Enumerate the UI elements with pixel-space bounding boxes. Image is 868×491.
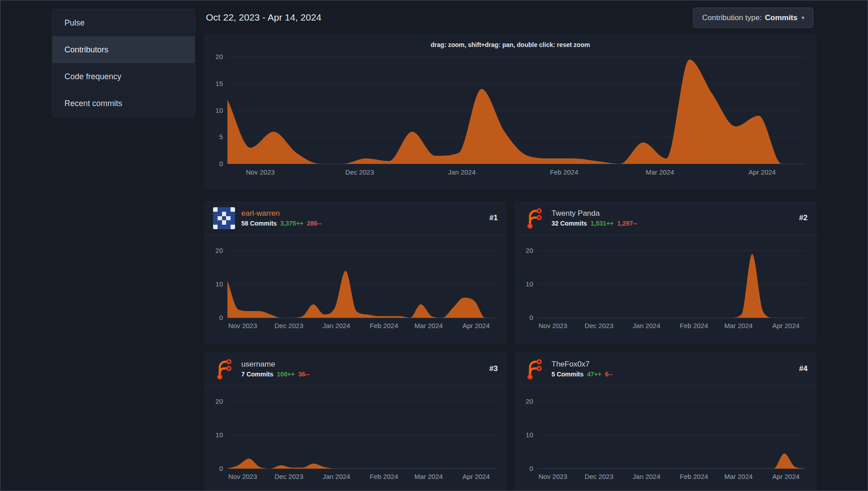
x-tick-label: Dec 2023 bbox=[274, 473, 303, 480]
contributor-card: username 7 Commits 108++ 36-- #3 01020No… bbox=[204, 352, 507, 491]
sidebar-item-recent-commits[interactable]: Recent commits bbox=[52, 90, 195, 117]
contributor-chart[interactable]: 01020Nov 2023Dec 2023Jan 2024Feb 2024Mar… bbox=[514, 235, 817, 344]
contributors-grid: earl-warren 58 Commits 3,375++ 286-- #1 … bbox=[204, 201, 817, 491]
contributor-info: username 7 Commits 108++ 36-- bbox=[241, 360, 309, 378]
total-contributions-chart[interactable]: 05101520Nov 2023Dec 2023Jan 2024Feb 2024… bbox=[204, 34, 817, 189]
contributor-info: TheFox0x7 5 Commits 47++ 6-- bbox=[552, 360, 613, 378]
additions-count: 108++ bbox=[277, 371, 295, 378]
commit-count: 58 Commits bbox=[241, 220, 277, 227]
y-tick-label: 10 bbox=[526, 431, 533, 439]
x-tick-label: Nov 2023 bbox=[228, 473, 257, 480]
x-tick-label: Apr 2024 bbox=[748, 168, 776, 176]
x-tick-label: Nov 2023 bbox=[228, 322, 257, 329]
deletions-count: 1,297-- bbox=[617, 220, 637, 227]
area-series bbox=[538, 254, 806, 318]
x-tick-label: Feb 2024 bbox=[370, 322, 398, 329]
activity-sidebar: Pulse Contributors Code frequency Recent… bbox=[52, 9, 195, 117]
y-tick-label: 5 bbox=[219, 133, 223, 141]
x-tick-label: Dec 2023 bbox=[585, 473, 613, 480]
forgejo-logo-avatar bbox=[523, 358, 545, 380]
commit-count: 7 Commits bbox=[241, 371, 274, 378]
x-tick-label: Apr 2024 bbox=[462, 473, 490, 480]
y-tick-label: 20 bbox=[215, 53, 223, 60]
x-tick-label: Jan 2024 bbox=[323, 473, 351, 480]
contributor-stats: 32 Commits 1,531++ 1,297-- bbox=[552, 220, 637, 227]
y-tick-label: 20 bbox=[526, 397, 533, 405]
y-tick-label: 0 bbox=[219, 314, 223, 321]
forgejo-logo-avatar bbox=[523, 207, 545, 229]
x-tick-label: Mar 2024 bbox=[646, 168, 674, 176]
y-tick-label: 20 bbox=[526, 247, 533, 254]
contributor-rank: #3 bbox=[489, 364, 498, 373]
x-tick-label: Feb 2024 bbox=[370, 473, 398, 480]
area-series bbox=[538, 453, 806, 469]
y-tick-label: 0 bbox=[530, 314, 533, 321]
x-tick-label: Mar 2024 bbox=[415, 473, 443, 480]
contributor-card-header: username 7 Commits 108++ 36-- #3 bbox=[204, 352, 507, 386]
x-tick-label: Apr 2024 bbox=[772, 322, 800, 329]
contributor-card: Twenty Panda 32 Commits 1,531++ 1,297-- … bbox=[514, 201, 817, 344]
contributor-name[interactable]: earl-warren bbox=[241, 209, 280, 218]
contributor-chart[interactable]: 01020Nov 2023Dec 2023Jan 2024Feb 2024Mar… bbox=[204, 235, 507, 344]
y-tick-label: 10 bbox=[215, 280, 223, 288]
x-tick-label: Mar 2024 bbox=[724, 473, 753, 480]
contributor-card: earl-warren 58 Commits 3,375++ 286-- #1 … bbox=[204, 201, 507, 344]
chevron-down-icon: ▾ bbox=[801, 14, 804, 21]
contributor-name: username bbox=[241, 360, 275, 368]
x-tick-label: Apr 2024 bbox=[462, 322, 490, 329]
contributor-chart[interactable]: 01020Nov 2023Dec 2023Jan 2024Feb 2024Mar… bbox=[514, 386, 817, 491]
contributor-name: Twenty Panda bbox=[552, 209, 600, 218]
contribution-type-value: Commits bbox=[765, 13, 798, 22]
x-tick-label: Apr 2024 bbox=[772, 473, 800, 480]
x-tick-label: Jan 2024 bbox=[633, 473, 660, 480]
deletions-count: 6-- bbox=[605, 371, 613, 378]
commit-count: 32 Commits bbox=[552, 220, 587, 227]
contributor-card-header: Twenty Panda 32 Commits 1,531++ 1,297-- … bbox=[514, 201, 817, 235]
chart-zoom-hint: drag: zoom, shift+drag: pan, double clic… bbox=[204, 41, 817, 48]
x-tick-label: Dec 2023 bbox=[585, 322, 613, 329]
contributor-info: Twenty Panda 32 Commits 1,531++ 1,297-- bbox=[552, 209, 637, 227]
contributor-rank: #2 bbox=[799, 213, 808, 222]
deletions-count: 36-- bbox=[298, 371, 309, 378]
y-tick-label: 10 bbox=[526, 280, 533, 288]
total-contributions-card: drag: zoom, shift+drag: pan, double clic… bbox=[204, 34, 817, 189]
contributor-rank: #4 bbox=[799, 364, 808, 373]
date-range-title: Oct 22, 2023 - Apr 14, 2024 bbox=[206, 12, 321, 23]
additions-count: 47++ bbox=[587, 371, 602, 378]
y-tick-label: 10 bbox=[215, 431, 223, 439]
sidebar-item-pulse[interactable]: Pulse bbox=[52, 9, 195, 36]
y-tick-label: 15 bbox=[215, 80, 223, 87]
contribution-type-label: Contribution type: bbox=[702, 13, 761, 22]
y-tick-label: 10 bbox=[215, 107, 223, 114]
deletions-count: 286-- bbox=[307, 220, 322, 227]
contributor-stats: 5 Commits 47++ 6-- bbox=[552, 371, 613, 378]
y-tick-label: 0 bbox=[530, 465, 533, 472]
forgejo-logo-avatar bbox=[213, 358, 235, 380]
y-tick-label: 20 bbox=[215, 247, 223, 254]
contributor-name: TheFox0x7 bbox=[552, 360, 590, 368]
area-series bbox=[227, 459, 496, 469]
y-tick-label: 0 bbox=[219, 160, 223, 167]
contributors-page: Pulse Contributors Code frequency Recent… bbox=[0, 0, 868, 491]
contributor-stats: 7 Commits 108++ 36-- bbox=[241, 371, 309, 378]
y-tick-label: 20 bbox=[215, 397, 223, 405]
sidebar-item-contributors[interactable]: Contributors bbox=[52, 36, 195, 63]
contributor-info: earl-warren 58 Commits 3,375++ 286-- bbox=[241, 209, 321, 227]
contributor-card-header: TheFox0x7 5 Commits 47++ 6-- #4 bbox=[514, 352, 817, 386]
area-series bbox=[227, 271, 496, 318]
x-tick-label: Mar 2024 bbox=[415, 322, 443, 329]
y-tick-label: 0 bbox=[219, 465, 223, 472]
contribution-type-button[interactable]: Contribution type: Commits ▾ bbox=[693, 8, 813, 28]
x-tick-label: Dec 2023 bbox=[345, 168, 374, 176]
contributor-chart[interactable]: 01020Nov 2023Dec 2023Jan 2024Feb 2024Mar… bbox=[204, 386, 507, 491]
x-tick-label: Nov 2023 bbox=[539, 473, 567, 480]
x-tick-label: Nov 2023 bbox=[539, 322, 567, 329]
x-tick-label: Dec 2023 bbox=[274, 322, 303, 329]
sidebar-item-code-frequency[interactable]: Code frequency bbox=[52, 63, 195, 90]
x-tick-label: Feb 2024 bbox=[680, 473, 708, 480]
contributor-rank: #1 bbox=[489, 213, 498, 222]
x-tick-label: Nov 2023 bbox=[246, 168, 274, 176]
commit-count: 5 Commits bbox=[552, 371, 584, 378]
contributor-card-header: earl-warren 58 Commits 3,375++ 286-- #1 bbox=[204, 201, 507, 235]
x-tick-label: Feb 2024 bbox=[680, 322, 708, 329]
